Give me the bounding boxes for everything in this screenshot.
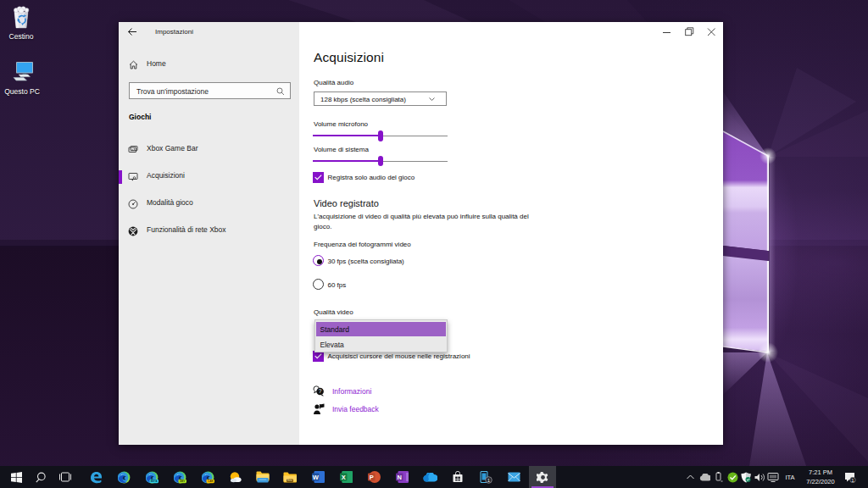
svg-text:Beta: Beta [287, 479, 292, 482]
svg-text:X: X [341, 474, 345, 481]
svg-text:W: W [312, 474, 319, 481]
svg-text:BETA: BETA [150, 480, 158, 483]
svg-text:N: N [397, 474, 401, 481]
svg-text:P: P [369, 474, 373, 481]
svg-text:?: ? [319, 388, 322, 394]
svg-text:DEV: DEV [180, 480, 185, 483]
svg-text:CAN: CAN [208, 480, 214, 483]
